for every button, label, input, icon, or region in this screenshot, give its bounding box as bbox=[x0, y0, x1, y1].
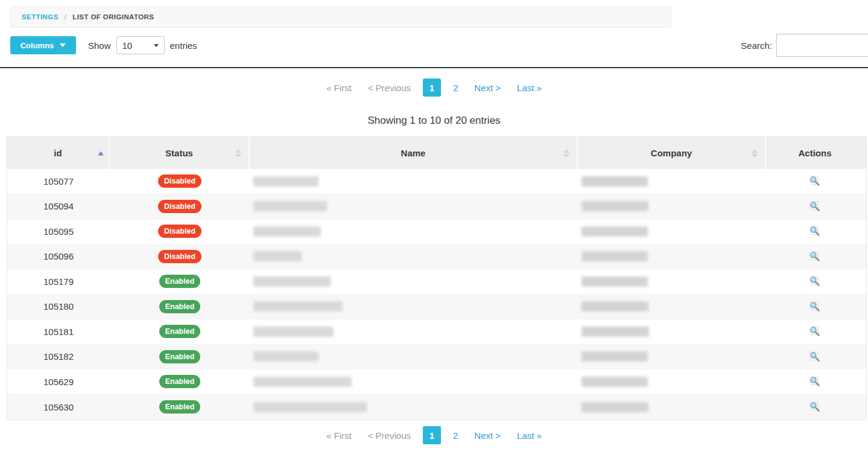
table-row: 105179 Enabled bbox=[7, 269, 866, 295]
pagination-last[interactable]: Last » bbox=[513, 80, 546, 96]
status-badge: Disabled bbox=[158, 200, 201, 213]
cell-id: 105630 bbox=[7, 402, 110, 412]
table-row: 105182 Enabled bbox=[7, 345, 866, 370]
name-redacted bbox=[253, 226, 321, 237]
view-details-button[interactable] bbox=[808, 174, 822, 188]
page-size-select[interactable]: 10 bbox=[116, 36, 165, 54]
status-badge: Disabled bbox=[158, 174, 201, 188]
magnifier-preview-icon bbox=[809, 276, 820, 287]
cell-status: Enabled bbox=[110, 325, 250, 338]
breadcrumb-settings-link[interactable]: SETTINGS bbox=[22, 13, 59, 21]
view-details-button[interactable] bbox=[808, 350, 822, 363]
page-size-value: 10 bbox=[122, 40, 154, 51]
pagination-top: « First < Previous 1 2 Next > Last » bbox=[0, 78, 868, 97]
table-row: 105096 Disabled bbox=[7, 244, 866, 270]
table-body: 105077 Disabled 105094 Disabled bbox=[7, 169, 866, 420]
column-header-id-label: id bbox=[54, 148, 62, 158]
view-details-button[interactable] bbox=[808, 275, 822, 288]
cell-company bbox=[578, 377, 766, 387]
status-badge: Enabled bbox=[159, 400, 201, 414]
magnifier-preview-icon bbox=[809, 376, 820, 387]
magnifier-preview-icon bbox=[809, 351, 820, 362]
table-row: 105630 Enabled bbox=[7, 395, 866, 420]
cell-actions bbox=[766, 350, 864, 363]
cell-id: 105182 bbox=[7, 351, 110, 362]
pagination-previous[interactable]: < Previous bbox=[364, 80, 415, 96]
cell-name bbox=[250, 377, 578, 387]
columns-button[interactable]: Columns bbox=[10, 36, 76, 54]
cell-actions bbox=[766, 375, 864, 388]
column-header-company[interactable]: Company bbox=[578, 137, 766, 169]
originators-table: id Status Name Company Actions 105077 Di… bbox=[7, 136, 867, 420]
cell-name bbox=[250, 276, 578, 287]
view-details-button[interactable] bbox=[808, 325, 822, 338]
show-label: Show bbox=[88, 40, 111, 51]
cell-status: Enabled bbox=[110, 300, 250, 313]
magnifier-preview-icon bbox=[809, 326, 820, 337]
pagination-last[interactable]: Last » bbox=[513, 427, 546, 444]
view-details-button[interactable] bbox=[808, 200, 822, 213]
search-label: Search: bbox=[741, 40, 772, 51]
entries-summary: Showing 1 to 10 of 20 entries bbox=[0, 115, 868, 127]
column-header-name[interactable]: Name bbox=[250, 137, 578, 169]
company-redacted bbox=[581, 327, 649, 337]
status-badge: Enabled bbox=[159, 300, 201, 313]
pagination-first[interactable]: « First bbox=[322, 427, 356, 444]
pagination-page-1[interactable]: 1 bbox=[423, 78, 441, 97]
cell-id: 105095 bbox=[7, 226, 110, 237]
sort-icon bbox=[563, 149, 569, 158]
cell-id: 105096 bbox=[7, 251, 110, 261]
cell-actions bbox=[766, 174, 864, 188]
view-details-button[interactable] bbox=[808, 300, 822, 313]
cell-name bbox=[250, 176, 578, 187]
name-redacted bbox=[253, 176, 318, 187]
breadcrumb-separator: / bbox=[65, 13, 67, 21]
company-redacted bbox=[581, 251, 648, 261]
status-badge: Enabled bbox=[159, 325, 201, 338]
cell-company bbox=[578, 327, 766, 337]
pagination-next[interactable]: Next > bbox=[470, 80, 505, 96]
pagination-previous[interactable]: < Previous bbox=[364, 427, 415, 444]
cell-status: Disabled bbox=[110, 250, 250, 263]
company-redacted bbox=[581, 276, 648, 287]
cell-name bbox=[250, 251, 578, 261]
view-details-button[interactable] bbox=[808, 250, 822, 263]
column-header-status[interactable]: Status bbox=[110, 137, 250, 169]
sort-icon bbox=[752, 149, 758, 158]
cell-name bbox=[250, 201, 578, 211]
cell-name bbox=[250, 402, 578, 412]
column-header-id[interactable]: id bbox=[7, 137, 110, 169]
view-details-button[interactable] bbox=[808, 375, 822, 388]
cell-company bbox=[578, 226, 766, 237]
company-redacted bbox=[581, 176, 648, 187]
name-redacted bbox=[253, 276, 331, 287]
name-redacted bbox=[253, 301, 343, 311]
cell-company bbox=[578, 351, 766, 362]
status-badge: Enabled bbox=[159, 275, 201, 288]
cell-company bbox=[578, 402, 766, 412]
pagination-page-1[interactable]: 1 bbox=[423, 426, 441, 444]
cell-name bbox=[250, 327, 578, 337]
view-details-button[interactable] bbox=[808, 225, 822, 238]
pagination-page-2[interactable]: 2 bbox=[449, 427, 462, 444]
status-badge: Enabled bbox=[159, 375, 201, 388]
view-details-button[interactable] bbox=[808, 400, 822, 414]
company-redacted bbox=[581, 226, 648, 237]
magnifier-preview-icon bbox=[809, 176, 820, 187]
column-header-status-label: Status bbox=[165, 148, 193, 158]
pagination-first[interactable]: « First bbox=[322, 80, 356, 96]
cell-id: 105629 bbox=[7, 377, 110, 387]
cell-status: Disabled bbox=[110, 225, 250, 238]
cell-company bbox=[578, 301, 766, 311]
column-header-company-label: Company bbox=[651, 148, 692, 158]
cell-actions bbox=[766, 300, 864, 313]
column-header-actions: Actions bbox=[766, 137, 864, 169]
cell-status: Enabled bbox=[110, 350, 250, 363]
pagination-next[interactable]: Next > bbox=[470, 427, 505, 444]
status-badge: Disabled bbox=[158, 225, 201, 238]
toolbar: Columns Show 10 entries Search: bbox=[10, 34, 868, 57]
search-input[interactable] bbox=[776, 34, 868, 57]
name-redacted bbox=[253, 327, 334, 337]
cell-actions bbox=[766, 400, 864, 414]
pagination-page-2[interactable]: 2 bbox=[449, 80, 462, 96]
